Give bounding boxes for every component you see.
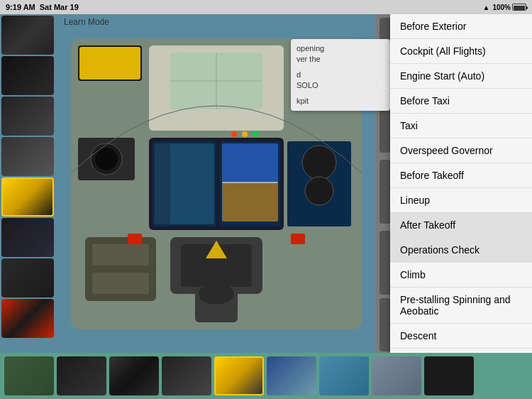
svg-rect-32 [128, 234, 142, 244]
time: 9:19 AM [6, 3, 35, 11]
tooltip-line-5: kpit [297, 96, 384, 106]
tooltip-line-3: d [297, 70, 384, 80]
menu-item-after-takeoff[interactable]: After Takeoff [390, 213, 532, 238]
menu-item-before-exterior[interactable]: Before Exterior [390, 14, 532, 39]
svg-rect-12 [222, 143, 278, 182]
filmstrip-thumb-2[interactable] [57, 356, 106, 395]
sidebar-thumb-5[interactable] [1, 177, 54, 217]
menu-item-pre-stalling[interactable]: Pre-stalling Spinning and Aeobatic [390, 288, 532, 324]
menu-item-before-takeoff[interactable]: Before Takeoff [390, 163, 532, 188]
filmstrip-thumb-6[interactable] [267, 356, 316, 395]
svg-rect-33 [291, 234, 305, 244]
sidebar-thumb-6[interactable] [1, 218, 54, 257]
svg-point-25 [199, 283, 234, 305]
menu-item-engine-start-auto[interactable]: Engine Start (Auto) [390, 64, 532, 89]
filmstrip-thumb-1[interactable] [4, 356, 54, 395]
filmstrip-thumb-7[interactable] [319, 356, 369, 395]
tooltip-line-1: opening [297, 43, 384, 54]
learn-mode-label: Learn Mode [64, 17, 109, 27]
menu-item-operations-check[interactable]: Operations Check [390, 238, 532, 263]
menu-item-before-taxi[interactable]: Before Taxi [390, 89, 532, 114]
sidebar-thumb-7[interactable] [1, 258, 54, 297]
dropdown-menu: Before Exterior Cockpit (All Flights) En… [390, 14, 532, 353]
sidebar-thumb-2[interactable] [1, 56, 54, 95]
sidebar-thumb-4[interactable] [1, 137, 54, 176]
main-area: Learn Mode [0, 14, 532, 353]
menu-item-climb[interactable]: Climb [390, 263, 532, 288]
status-left: 9:19 AM Sat Mar 19 [6, 3, 79, 11]
status-right: ▲ 100% [483, 4, 526, 11]
svg-point-29 [231, 131, 237, 137]
svg-point-31 [253, 131, 258, 137]
menu-item-overspeed-governor[interactable]: Overspeed Governor [390, 138, 532, 163]
left-sidebar [0, 14, 57, 353]
svg-point-30 [242, 131, 248, 137]
wifi-icon: ▲ [483, 4, 490, 11]
tooltip-box: opening ver the d SOLO kpit [291, 39, 390, 111]
menu-item-lineup[interactable]: Lineup [390, 188, 532, 213]
svg-rect-22 [92, 244, 149, 266]
tooltip-line-4: SOLO [297, 80, 384, 91]
battery-indicator: 100% [492, 4, 526, 11]
battery-percent: 100% [492, 4, 511, 11]
date: Sat Mar 19 [40, 3, 79, 11]
svg-point-17 [302, 146, 336, 180]
filmstrip-thumb-3[interactable] [109, 356, 159, 395]
menu-item-taxi[interactable]: Taxi [390, 114, 532, 138]
sidebar-thumb-8[interactable] [1, 299, 54, 338]
svg-rect-15 [155, 143, 170, 224]
svg-rect-13 [222, 182, 278, 222]
svg-point-18 [305, 177, 333, 205]
svg-point-7 [95, 148, 118, 170]
battery-bar [512, 4, 526, 11]
filmstrip-thumb-4[interactable] [162, 356, 211, 395]
menu-item-cockpit-all-flights[interactable]: Cockpit (All Flights) [390, 39, 532, 64]
status-bar: 9:19 AM Sat Mar 19 ▲ 100% [0, 0, 532, 14]
svg-rect-23 [92, 273, 149, 294]
svg-rect-28 [79, 47, 140, 80]
filmstrip-thumb-8[interactable] [372, 356, 421, 395]
bottom-filmstrip [0, 353, 532, 399]
sidebar-thumb-1[interactable] [1, 16, 54, 55]
filmstrip-thumb-9[interactable] [424, 356, 474, 395]
tooltip-line-2: ver the [297, 54, 384, 65]
filmstrip-thumb-5[interactable] [214, 356, 264, 395]
menu-item-descent[interactable]: Descent [390, 324, 532, 349]
menu-item-before-landing[interactable]: Before Landing [390, 349, 532, 353]
sidebar-thumb-3[interactable] [1, 97, 54, 136]
